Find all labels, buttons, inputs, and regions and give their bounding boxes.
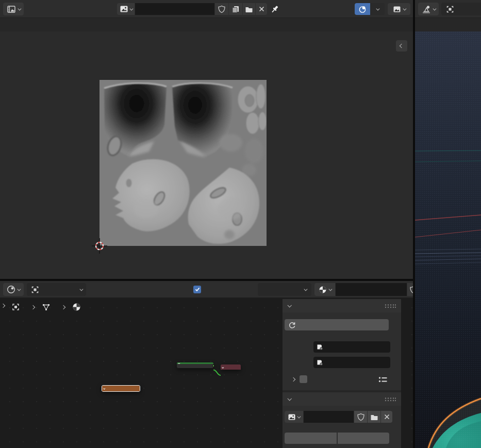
socket-bsdf[interactable] — [212, 364, 214, 367]
viewport-3d-icon — [422, 5, 431, 14]
chevron-down-icon — [18, 288, 21, 291]
mode-dropdown[interactable] — [441, 3, 481, 15]
close-icon — [384, 413, 390, 420]
close-icon — [258, 6, 265, 12]
node-image-texture[interactable] — [102, 385, 140, 392]
viewport-3d — [415, 0, 481, 448]
chevron-down-icon — [178, 362, 180, 364]
node-header[interactable] — [221, 364, 241, 370]
color-swatch[interactable] — [300, 375, 307, 383]
folder-icon — [370, 413, 378, 421]
chevron-down-icon — [222, 366, 224, 368]
bsdf-output-row[interactable] — [178, 364, 212, 368]
node-header[interactable] — [102, 386, 140, 391]
editor-type-button-image[interactable] — [3, 3, 24, 15]
image-name-field[interactable] — [135, 3, 214, 15]
node-icon — [316, 343, 323, 351]
chevron-right-icon — [61, 305, 65, 309]
grip-icon[interactable] — [385, 397, 396, 402]
chevron-down-icon — [287, 396, 291, 401]
breadcrumb-expand[interactable] — [2, 304, 5, 307]
node-panel-header[interactable] — [283, 299, 401, 312]
properties-panel-header[interactable] — [283, 392, 401, 406]
object-mode-icon — [446, 5, 454, 13]
shader-editor — [0, 281, 413, 448]
node-principled-bsdf[interactable] — [177, 362, 213, 368]
image-icon — [120, 5, 128, 13]
chevron-down-icon — [103, 388, 105, 390]
new-image-button[interactable] — [229, 3, 242, 15]
panel-fake-user-button[interactable] — [354, 411, 367, 423]
fake-user-button[interactable] — [215, 3, 228, 15]
material-name-field[interactable] — [336, 283, 407, 296]
shader-editor-header — [0, 281, 413, 298]
menu-select[interactable] — [114, 281, 121, 298]
panel-open-image-button[interactable] — [368, 411, 380, 423]
chevron-down-icon — [433, 7, 436, 10]
panel-image-browse[interactable] — [285, 411, 303, 423]
color-subpanel[interactable] — [292, 375, 312, 383]
menu-view[interactable] — [28, 0, 34, 18]
pin-icon — [270, 4, 280, 14]
node-header[interactable] — [177, 362, 213, 364]
editor-type-button-viewport[interactable] — [418, 3, 439, 15]
chevron-right-icon — [1, 304, 5, 308]
shield-icon — [409, 286, 413, 294]
material-icon — [72, 303, 81, 311]
material-fake-user-button[interactable] — [407, 283, 413, 296]
grip-icon[interactable] — [385, 304, 396, 308]
save-button[interactable] — [285, 433, 337, 444]
chevron-down-icon — [297, 415, 301, 418]
image-editor — [0, 0, 413, 279]
viewport-header — [415, 0, 481, 18]
menu-image[interactable] — [52, 0, 58, 18]
reset-node-button[interactable] — [285, 319, 389, 330]
menu-node[interactable] — [164, 281, 171, 298]
chevron-left-icon — [400, 44, 404, 48]
chevron-down-icon — [18, 7, 21, 10]
panel-unlink-button[interactable] — [381, 411, 392, 423]
menu-view[interactable] — [90, 281, 96, 298]
object-icon — [31, 286, 39, 294]
shader-type-dropdown[interactable] — [27, 283, 86, 296]
menu-add[interactable] — [143, 281, 149, 298]
refresh-icon — [288, 321, 296, 329]
use-nodes-label[interactable] — [202, 281, 208, 298]
mesh-data-icon — [42, 303, 51, 311]
node-name-field[interactable] — [313, 341, 390, 353]
discard-button[interactable] — [338, 433, 389, 444]
shader-editor-icon — [7, 285, 15, 294]
chevron-down-icon — [287, 303, 291, 307]
chevron-down-icon — [79, 288, 82, 291]
sidebar-collapse-button[interactable] — [396, 40, 407, 52]
shield-icon — [218, 5, 226, 13]
editor-type-button-shader[interactable] — [3, 283, 24, 296]
chevron-right-icon — [31, 305, 35, 309]
chevron-down-icon — [370, 3, 385, 15]
use-nodes-checkbox[interactable] — [193, 286, 201, 293]
texture-image — [99, 80, 267, 246]
shield-icon — [357, 413, 365, 421]
open-image-button[interactable] — [243, 3, 255, 15]
node-label-field[interactable] — [313, 357, 390, 368]
image-datablock-browse[interactable] — [117, 3, 135, 15]
panel-image-name-field[interactable] — [304, 411, 354, 423]
chevron-down-icon — [329, 288, 332, 291]
breadcrumb — [11, 303, 85, 311]
pin-button[interactable] — [269, 4, 280, 15]
chevron-down-icon — [403, 7, 406, 10]
sphere-icon — [355, 3, 370, 15]
slot-dropdown[interactable] — [258, 283, 311, 296]
material-browse-button[interactable] — [314, 283, 335, 296]
sidebar-panel — [283, 299, 401, 448]
image-editor-tool-settings — [0, 18, 413, 31]
chevron-down-icon — [130, 7, 133, 10]
unlink-image-button[interactable] — [256, 3, 267, 15]
image-pin-dropdown[interactable] — [355, 3, 385, 15]
display-channels-button[interactable] — [388, 3, 410, 15]
node-material-output[interactable] — [221, 364, 241, 370]
folder-icon — [245, 5, 253, 13]
list-icon[interactable] — [378, 376, 387, 383]
image-icon — [393, 5, 401, 13]
viewport-tool-settings — [415, 18, 481, 31]
